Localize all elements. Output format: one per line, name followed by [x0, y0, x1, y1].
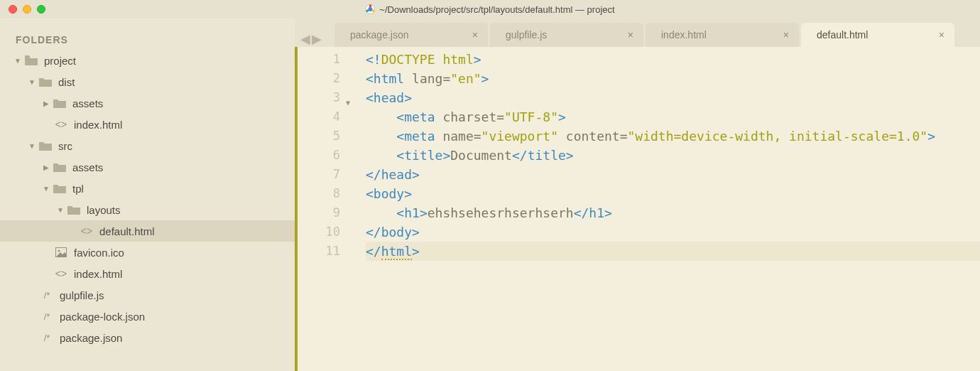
nav-back-icon[interactable]: ◀ [300, 31, 310, 47]
line-number: 8 [298, 184, 340, 203]
tab-index-html[interactable]: index.html× [646, 23, 799, 47]
tab-package-json[interactable]: package.json× [334, 23, 488, 47]
tree-item-dist-index[interactable]: <>index.html [0, 114, 295, 135]
chevron-down-icon: ▼ [43, 185, 50, 193]
close-icon[interactable]: × [628, 29, 633, 41]
close-window-button[interactable] [9, 5, 17, 14]
line-number: 4 [298, 107, 340, 127]
sidebar: FOLDERS ▼project ▼dist ▶assets <>index.h… [0, 18, 295, 371]
close-icon[interactable]: × [939, 29, 944, 41]
minimize-window-button[interactable] [23, 5, 31, 14]
window-title-text: ~/Downloads/project/src/tpl/layouts/defa… [379, 4, 614, 15]
folder-icon [38, 76, 53, 87]
folder-icon [38, 140, 53, 151]
tree-item-tpl[interactable]: ▼tpl [0, 178, 295, 199]
line-number: 1 [298, 50, 340, 69]
line-number: 10 [298, 222, 340, 242]
code-file-icon: <> [80, 225, 94, 237]
tree-item-package-json[interactable]: /*package.json [0, 327, 295, 348]
tree-item-project[interactable]: ▼project [0, 50, 295, 71]
tree-item-dist-assets[interactable]: ▶assets [0, 92, 295, 114]
line-number: 3▼ [298, 88, 340, 107]
tab-gulpfile[interactable]: gulpfile.js× [490, 23, 643, 47]
line-number-gutter: 1 2 3▼ 4 5 6 7 8 9 10 11 [298, 47, 349, 371]
line-number: 2 [298, 69, 340, 88]
chevron-down-icon: ▼ [14, 57, 21, 65]
tree-item-layouts[interactable]: ▼layouts [0, 199, 295, 220]
tree-item-favicon[interactable]: favicon.ico [0, 242, 295, 263]
fold-icon[interactable]: ▼ [346, 93, 350, 112]
close-icon[interactable]: × [783, 29, 789, 41]
tree-item-default-html[interactable]: <>default.html [0, 220, 295, 242]
chevron-down-icon: ▼ [57, 206, 64, 214]
image-file-icon [54, 247, 68, 258]
maximize-window-button[interactable] [37, 5, 45, 14]
folder-icon [53, 161, 67, 173]
line-number: 11 [298, 242, 340, 261]
chevron-down-icon: ▼ [28, 78, 36, 86]
tree-item-package-lock[interactable]: /*package-lock.json [0, 306, 295, 327]
tab-bar: ◀ ▶ package.json× gulpfile.js× index.htm… [295, 18, 980, 47]
window-controls [0, 5, 45, 14]
editor-pane: ◀ ▶ package.json× gulpfile.js× index.htm… [295, 18, 980, 371]
js-file-icon: /* [40, 332, 54, 343]
folder-icon [67, 204, 81, 215]
js-file-icon: /* [40, 289, 54, 301]
tree-item-src-assets[interactable]: ▶assets [0, 156, 295, 178]
window-title: ~/Downloads/project/src/tpl/layouts/defa… [365, 4, 614, 15]
code-area[interactable]: 1 2 3▼ 4 5 6 7 8 9 10 11 <!DOCTYPE html>… [295, 47, 980, 371]
chrome-icon [365, 4, 375, 14]
code-content[interactable]: <!DOCTYPE html> <html lang="en"> <head> … [349, 47, 980, 371]
folder-icon [53, 97, 67, 109]
chevron-right-icon: ▶ [43, 163, 50, 171]
folder-tree: ▼project ▼dist ▶assets <>index.html ▼src… [0, 50, 295, 348]
line-number: 6 [298, 146, 340, 165]
js-file-icon: /* [40, 311, 54, 322]
title-bar: ~/Downloads/project/src/tpl/layouts/defa… [0, 0, 980, 18]
tab-default-html[interactable]: default.html× [801, 23, 954, 47]
tab-nav-arrows: ◀ ▶ [300, 31, 322, 47]
chevron-down-icon: ▼ [28, 142, 36, 150]
folder-icon [53, 183, 67, 194]
tree-item-dist[interactable]: ▼dist [0, 71, 295, 92]
folder-icon [24, 55, 38, 66]
nav-forward-icon[interactable]: ▶ [312, 31, 322, 47]
line-number: 5 [298, 127, 340, 146]
tree-item-src[interactable]: ▼src [0, 135, 295, 156]
chevron-right-icon: ▶ [43, 100, 50, 107]
close-icon[interactable]: × [472, 29, 478, 41]
tree-item-src-index[interactable]: <>index.html [0, 263, 295, 284]
line-number: 7 [298, 165, 340, 184]
code-file-icon: <> [54, 119, 68, 130]
line-number: 9 [298, 203, 340, 222]
tree-item-gulpfile[interactable]: /*gulpfile.js [0, 284, 295, 306]
sidebar-header: FOLDERS [0, 34, 295, 45]
code-file-icon: <> [54, 268, 68, 279]
svg-point-3 [58, 250, 60, 252]
